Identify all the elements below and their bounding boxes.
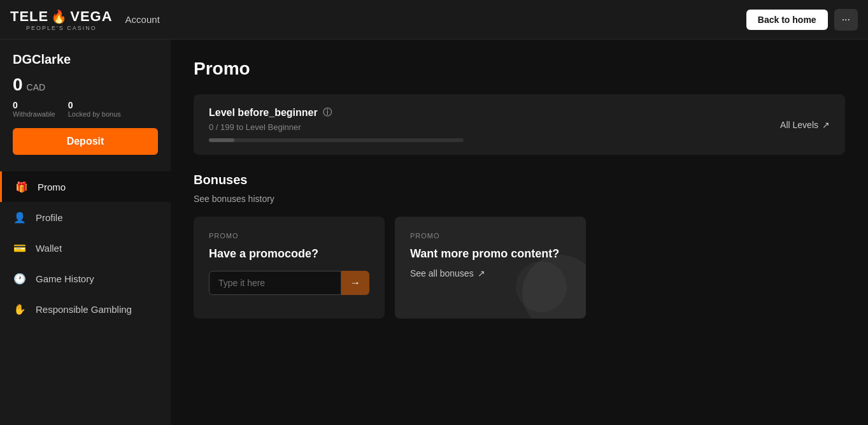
account-label: Account	[125, 14, 160, 25]
locked-value: 0	[68, 100, 121, 110]
sidebar-item-responsible-gambling[interactable]: ✋ Responsible Gambling	[0, 294, 171, 324]
level-name: Level before_beginner	[209, 107, 318, 119]
game-history-icon: 🕐	[13, 271, 27, 285]
promo-code-card-label: PROMO	[209, 232, 369, 240]
logo-sub-text: PEOPLE'S CASINO	[26, 25, 97, 31]
bonuses-history-link[interactable]: See bonuses history	[194, 194, 845, 204]
promo-submit-button[interactable]: →	[341, 271, 369, 295]
logo-flame-icon: 🔥	[51, 9, 68, 24]
promo-code-input[interactable]	[209, 271, 341, 295]
responsible-gambling-icon: ✋	[13, 302, 27, 316]
back-home-button[interactable]: Back to home	[746, 10, 828, 30]
more-promo-card-label: PROMO	[410, 232, 571, 240]
withdrawable-label: Withdrawable	[13, 110, 55, 118]
all-levels-icon: ↗	[822, 120, 830, 130]
sidebar-item-game-history[interactable]: 🕐 Game History	[0, 263, 171, 294]
locked-label: Locked by bonus	[68, 110, 121, 118]
stat-withdrawable: 0 Withdrawable	[13, 100, 55, 118]
main-content: Promo Level before_beginner ⓘ 0 / 199 to…	[171, 40, 868, 425]
sidebar-item-wallet[interactable]: 💳 Wallet	[0, 233, 171, 263]
level-subtitle: 0 / 199 to Level Beginner	[209, 122, 780, 132]
sidebar-item-wallet-label: Wallet	[36, 243, 62, 254]
sidebar-item-profile-label: Profile	[36, 212, 63, 223]
sidebar-balance-amount: 0	[13, 75, 23, 95]
sidebar-item-game-history-label: Game History	[36, 273, 94, 284]
deposit-button[interactable]: Deposit	[13, 128, 158, 155]
promo-code-card: PROMO Have a promocode? →	[194, 217, 385, 319]
see-all-bonuses-label: See all bonuses	[410, 268, 474, 278]
profile-icon: 👤	[13, 210, 27, 224]
logo: TELE 🔥 VEGA PEOPLE'S CASINO	[10, 8, 113, 31]
header-left: TELE 🔥 VEGA PEOPLE'S CASINO Account	[10, 8, 160, 31]
main-layout: DGClarke 0 CAD 0 Withdrawable 0 Locked b…	[0, 40, 868, 425]
more-button[interactable]: ···	[834, 9, 858, 31]
sidebar: DGClarke 0 CAD 0 Withdrawable 0 Locked b…	[0, 40, 171, 425]
see-all-bonuses-icon: ↗	[478, 268, 485, 278]
bonuses-title: Bonuses	[194, 173, 845, 187]
all-levels-label: All Levels	[780, 120, 818, 130]
header: TELE 🔥 VEGA PEOPLE'S CASINO Account Back…	[0, 0, 868, 40]
level-info: Level before_beginner ⓘ 0 / 199 to Level…	[209, 107, 780, 142]
stat-locked: 0 Locked by bonus	[68, 100, 121, 118]
logo-vega-text: VEGA	[70, 8, 112, 25]
level-info-icon[interactable]: ⓘ	[323, 107, 332, 119]
promo-input-row: →	[209, 271, 369, 295]
level-card: Level before_beginner ⓘ 0 / 199 to Level…	[194, 94, 845, 155]
logo-tele-text: TELE	[10, 8, 48, 25]
sidebar-balance: 0 CAD	[13, 75, 158, 95]
level-title: Level before_beginner ⓘ	[209, 107, 780, 119]
progress-bar	[209, 138, 464, 142]
sidebar-balance-currency: CAD	[27, 82, 46, 92]
sidebar-item-responsible-gambling-label: Responsible Gambling	[36, 304, 132, 315]
progress-fill	[209, 138, 234, 142]
card-decoration-2	[516, 261, 567, 312]
promo-icon: 🎁	[15, 180, 29, 194]
all-levels-link[interactable]: All Levels ↗	[780, 120, 830, 130]
sidebar-username: DGClarke	[13, 52, 158, 67]
sidebar-nav: 🎁 Promo 👤 Profile 💳 Wallet 🕐 Game Histor…	[0, 171, 171, 324]
promo-code-card-title: Have a promocode?	[209, 247, 369, 261]
header-right: Back to home ···	[746, 9, 858, 31]
sidebar-item-promo-label: Promo	[38, 182, 66, 192]
bonus-cards: PROMO Have a promocode? → PROMO Want mor…	[194, 217, 845, 319]
sidebar-stats: 0 Withdrawable 0 Locked by bonus	[13, 100, 158, 118]
more-promo-card: PROMO Want more promo content? See all b…	[395, 217, 586, 319]
sidebar-user: DGClarke 0 CAD 0 Withdrawable 0 Locked b…	[0, 52, 171, 165]
sidebar-item-promo[interactable]: 🎁 Promo	[0, 171, 171, 202]
withdrawable-value: 0	[13, 100, 55, 110]
sidebar-item-profile[interactable]: 👤 Profile	[0, 202, 171, 233]
page-title: Promo	[194, 59, 845, 79]
wallet-icon: 💳	[13, 241, 27, 255]
